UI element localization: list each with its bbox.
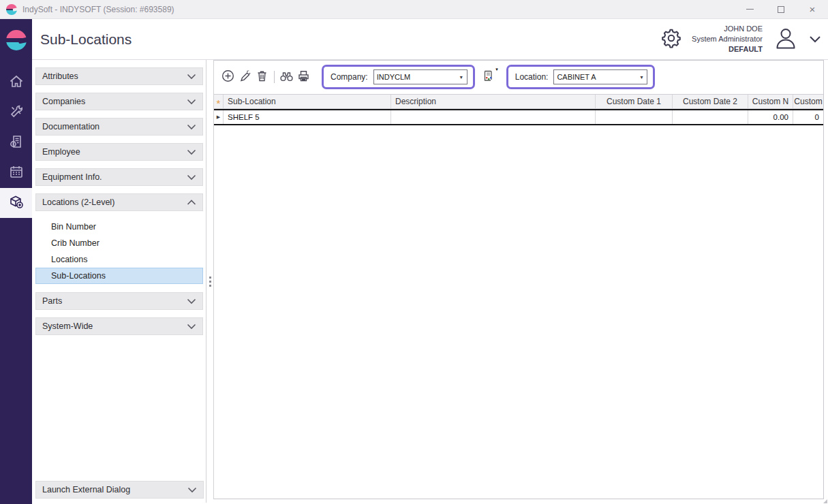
- column-header-custom-n[interactable]: Custom N: [748, 95, 793, 108]
- nav-item-sub-locations[interactable]: Sub-Locations: [35, 268, 203, 284]
- chevron-down-icon: [187, 487, 197, 493]
- section-companies[interactable]: Companies: [35, 93, 203, 110]
- cell-description[interactable]: [391, 110, 596, 124]
- toolbar-separator: [274, 71, 275, 83]
- nav-item-locations[interactable]: Locations: [35, 251, 203, 268]
- find-button[interactable]: [278, 69, 295, 86]
- chooser-dropdown-arrow-icon: ▾: [495, 67, 498, 72]
- dropdown-arrow-icon: ▾: [456, 74, 467, 80]
- location-label: Location:: [515, 72, 549, 82]
- location-dropdown[interactable]: CABINET A ▾: [553, 69, 647, 84]
- section-launch-external-dialog[interactable]: Launch External Dialog: [35, 481, 204, 499]
- cell-sub-location[interactable]: SHELF 5: [224, 110, 391, 124]
- cell-custom-date-2[interactable]: [673, 110, 748, 124]
- delete-button[interactable]: [254, 69, 271, 86]
- field-chooser-button[interactable]: ▾: [480, 69, 497, 85]
- cell-custom-date-1[interactable]: [596, 110, 673, 124]
- titlebar: IndySoft - INDYSOFT (Session: #693589) ×: [0, 0, 828, 19]
- avatar-icon: [772, 42, 799, 54]
- chevron-down-icon: [187, 298, 196, 304]
- column-header-description[interactable]: Description: [391, 95, 596, 108]
- edit-button[interactable]: [236, 69, 254, 86]
- page-title: Sub-Locations: [40, 31, 132, 48]
- section-employee[interactable]: Employee: [35, 143, 203, 161]
- maximize-button[interactable]: [765, 0, 797, 18]
- cell-custom[interactable]: 0: [793, 110, 823, 124]
- section-system-wide[interactable]: System-Wide: [35, 317, 203, 335]
- avatar[interactable]: [772, 25, 799, 54]
- rail-item-invoice[interactable]: [0, 128, 32, 158]
- invoice-icon: [9, 134, 24, 152]
- nav-item-bin-number[interactable]: Bin Number: [35, 219, 203, 235]
- grid-header-row: * Sub-Location Description Custom Date 1…: [214, 94, 823, 109]
- user-name: JOHN DOE: [692, 24, 763, 34]
- cell-custom-n[interactable]: 0.00: [748, 110, 793, 124]
- icon-rail: [0, 19, 32, 504]
- edit-pen-icon: [239, 69, 251, 85]
- dropdown-arrow-icon: ▾: [636, 74, 647, 80]
- company-label: Company:: [331, 72, 368, 82]
- chevron-up-icon: [187, 200, 196, 206]
- navigation-panel: Attributes Companies Documentation Emplo…: [32, 60, 206, 503]
- inventory-add-icon: [8, 193, 25, 212]
- locations-items: Bin Number Crib Number Locations Sub-Loc…: [35, 219, 203, 284]
- required-marker-icon: *: [217, 101, 221, 106]
- rail-item-sublocations[interactable]: [0, 188, 32, 218]
- nav-item-crib-number[interactable]: Crib Number: [35, 235, 203, 251]
- table-row[interactable]: ▶ SHELF 5 0.00 0: [214, 109, 823, 125]
- panel-splitter[interactable]: [206, 60, 213, 503]
- rail-item-calendar[interactable]: [0, 158, 32, 188]
- chevron-down-icon: [187, 99, 196, 105]
- section-equipment-info[interactable]: Equipment Info.: [35, 168, 203, 186]
- maximize-icon: [778, 6, 784, 13]
- section-parts[interactable]: Parts: [35, 292, 203, 310]
- company-filter-group: Company: INDYCLM ▾: [322, 65, 475, 89]
- grid-toolbar: Company: INDYCLM ▾ ▾: [214, 61, 823, 93]
- chevron-down-icon: [187, 124, 196, 130]
- sub-locations-grid: * Sub-Location Description Custom Date 1…: [214, 94, 823, 125]
- column-header-custom-date-1[interactable]: Custom Date 1: [596, 95, 673, 108]
- gear-icon: [660, 40, 682, 51]
- app-logo-icon: [6, 4, 17, 15]
- indysoft-logo-icon: [6, 30, 27, 50]
- company-value: INDYCLM: [374, 73, 456, 81]
- chevron-down-icon: [187, 174, 196, 180]
- add-icon: [221, 69, 234, 85]
- print-button[interactable]: [295, 69, 312, 86]
- location-value: CABINET A: [554, 73, 636, 81]
- row-arrow-icon: ▶: [217, 114, 220, 120]
- panel-footer: Launch External Dialog: [35, 481, 204, 499]
- user-role: System Administrator: [692, 34, 763, 44]
- user-info: JOHN DOE System Administrator DEFAULT: [692, 24, 763, 54]
- row-indicator: ▶: [214, 110, 224, 124]
- chevron-down-icon: [187, 149, 196, 155]
- company-dropdown[interactable]: INDYCLM ▾: [373, 69, 467, 84]
- app-window: IndySoft - INDYSOFT (Session: #693589) ×: [0, 0, 828, 504]
- chevron-down-icon: [187, 324, 196, 330]
- calendar-icon: [9, 164, 24, 182]
- chevron-down-icon: [809, 33, 821, 45]
- column-header-custom-date-2[interactable]: Custom Date 2: [673, 95, 748, 108]
- grid-marker-header: *: [214, 95, 224, 108]
- chevron-down-icon: [187, 74, 196, 80]
- rail-item-tools[interactable]: [0, 98, 32, 128]
- settings-button[interactable]: [660, 27, 682, 52]
- close-button[interactable]: ×: [797, 0, 828, 18]
- section-locations-2-level[interactable]: Locations (2-Level): [35, 193, 203, 211]
- rail-item-home[interactable]: [0, 68, 32, 98]
- window-title: IndySoft - INDYSOFT (Session: #693589): [22, 5, 174, 14]
- header-right-cluster: JOHN DOE System Administrator DEFAULT: [660, 24, 828, 54]
- window-resize-grip[interactable]: [823, 499, 827, 503]
- column-header-sub-location[interactable]: Sub-Location: [224, 95, 391, 108]
- tools-icon: [9, 104, 24, 122]
- add-button[interactable]: [219, 69, 236, 86]
- close-icon: ×: [810, 4, 816, 14]
- column-header-custom[interactable]: Custom: [793, 95, 823, 108]
- user-profile: DEFAULT: [692, 44, 763, 54]
- user-menu-button[interactable]: [809, 33, 821, 46]
- minimize-button[interactable]: [734, 0, 765, 18]
- home-icon: [9, 74, 24, 92]
- window-controls: ×: [734, 0, 828, 18]
- section-attributes[interactable]: Attributes: [35, 67, 203, 85]
- section-documentation[interactable]: Documentation: [35, 118, 203, 136]
